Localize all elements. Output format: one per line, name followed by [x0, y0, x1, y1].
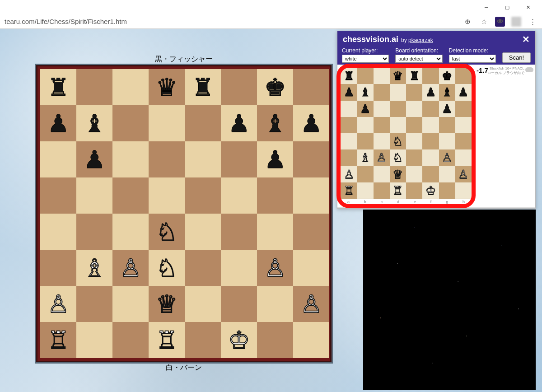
square-c3[interactable]: ♙	[112, 250, 149, 286]
square-c6[interactable]	[374, 101, 390, 117]
square-a5[interactable]	[40, 177, 76, 214]
square-b2[interactable]	[76, 286, 112, 322]
square-d6[interactable]	[149, 141, 185, 177]
square-a1[interactable]: ♖	[341, 182, 357, 199]
square-h6[interactable]	[293, 141, 329, 177]
square-f8[interactable]	[422, 68, 439, 84]
square-g7[interactable]: ♝	[257, 105, 293, 141]
square-h8[interactable]	[455, 68, 472, 84]
square-a1[interactable]: ♖	[40, 322, 76, 358]
extension-close-button[interactable]: ✕	[522, 34, 530, 45]
square-b5[interactable]	[357, 117, 373, 133]
square-e2[interactable]	[406, 166, 422, 182]
square-b7[interactable]: ♝	[76, 105, 112, 141]
square-f2[interactable]	[422, 166, 439, 182]
square-d5[interactable]	[149, 177, 185, 214]
square-a3[interactable]	[341, 149, 357, 166]
square-d4[interactable]: ♘	[149, 214, 185, 250]
square-d7[interactable]	[149, 105, 185, 141]
square-h7[interactable]: ♟	[293, 105, 329, 141]
square-h5[interactable]	[455, 117, 472, 133]
square-d1[interactable]: ♖	[390, 182, 406, 199]
square-e3[interactable]	[406, 149, 422, 166]
square-e7[interactable]	[185, 105, 221, 141]
square-g5[interactable]	[439, 117, 455, 133]
square-d1[interactable]: ♖	[149, 322, 185, 358]
square-c5[interactable]	[374, 117, 390, 133]
square-a7[interactable]: ♟	[40, 105, 76, 141]
square-f3[interactable]	[221, 250, 257, 286]
square-e6[interactable]	[406, 101, 422, 117]
square-e4[interactable]	[185, 214, 221, 250]
square-d6[interactable]	[390, 101, 406, 117]
square-d3[interactable]: ♘	[149, 250, 185, 286]
square-e5[interactable]	[185, 177, 221, 214]
square-c8[interactable]	[374, 68, 390, 84]
square-h2[interactable]: ♙	[293, 286, 329, 322]
square-b5[interactable]	[76, 177, 112, 214]
square-g1[interactable]	[439, 182, 455, 199]
url-text[interactable]: tearu.com/Life/Chess/Spirit/Fischer1.htm	[5, 18, 458, 25]
square-b3[interactable]: ♗	[357, 149, 373, 166]
square-d3[interactable]: ♘	[390, 149, 406, 166]
orientation-select[interactable]: auto detect	[395, 55, 442, 63]
square-g4[interactable]	[439, 133, 455, 149]
square-g2[interactable]	[439, 166, 455, 182]
square-d7[interactable]	[390, 84, 406, 100]
square-e8[interactable]: ♜	[185, 69, 221, 105]
square-d8[interactable]: ♛	[390, 68, 406, 84]
square-a3[interactable]	[40, 250, 76, 286]
square-b1[interactable]	[76, 322, 112, 358]
browser-menu-icon[interactable]: ⋮	[528, 17, 537, 27]
square-c2[interactable]	[112, 286, 149, 322]
square-a6[interactable]	[341, 101, 357, 117]
window-close-button[interactable]: ✕	[518, 0, 538, 14]
square-d8[interactable]: ♛	[149, 69, 185, 105]
square-f3[interactable]	[422, 149, 439, 166]
author-link[interactable]: pkacprzak	[408, 37, 433, 43]
square-b8[interactable]	[76, 69, 112, 105]
current-player-select[interactable]: white	[342, 55, 389, 63]
square-h3[interactable]	[293, 250, 329, 286]
main-chess-board[interactable]: ♜♛♜♚♟♝♟♝♟♟♟♘♗♙♘♙♙♕♙♖♖♔	[40, 69, 329, 358]
square-g4[interactable]	[257, 214, 293, 250]
square-f4[interactable]	[422, 133, 439, 149]
square-a7[interactable]: ♟	[341, 84, 357, 100]
square-g3[interactable]: ♙	[439, 149, 455, 166]
square-f6[interactable]	[422, 101, 439, 117]
square-c5[interactable]	[112, 177, 149, 214]
window-minimize-button[interactable]: ─	[476, 0, 497, 14]
square-b6[interactable]: ♟	[357, 101, 373, 117]
square-a2[interactable]: ♙	[40, 286, 76, 322]
user-avatar[interactable]	[511, 17, 521, 27]
square-b1[interactable]	[357, 182, 373, 199]
square-g6[interactable]: ♟	[257, 141, 293, 177]
window-maximize-button[interactable]: ▢	[497, 0, 518, 14]
scan-button[interactable]: Scan!	[502, 52, 531, 63]
square-g2[interactable]	[257, 286, 293, 322]
square-c4[interactable]	[374, 133, 390, 149]
square-a5[interactable]	[341, 117, 357, 133]
square-g5[interactable]	[257, 177, 293, 214]
square-g3[interactable]: ♙	[257, 250, 293, 286]
square-c6[interactable]	[112, 141, 149, 177]
square-a8[interactable]: ♜	[40, 69, 76, 105]
square-d5[interactable]	[390, 117, 406, 133]
square-e1[interactable]	[406, 182, 422, 199]
square-h4[interactable]	[293, 214, 329, 250]
square-a2[interactable]: ♙	[341, 166, 357, 182]
square-d2[interactable]: ♕	[390, 166, 406, 182]
square-b2[interactable]	[357, 166, 373, 182]
square-c2[interactable]	[374, 166, 390, 182]
square-g7[interactable]: ♝	[439, 84, 455, 100]
square-b4[interactable]	[76, 214, 112, 250]
square-f1[interactable]: ♔	[221, 322, 257, 358]
square-c8[interactable]	[112, 69, 149, 105]
square-h6[interactable]	[455, 101, 472, 117]
square-e8[interactable]: ♜	[406, 68, 422, 84]
square-c1[interactable]	[374, 182, 390, 199]
detection-select[interactable]: fast	[449, 55, 496, 63]
square-b7[interactable]: ♝	[357, 84, 373, 100]
square-f6[interactable]	[221, 141, 257, 177]
square-a8[interactable]: ♜	[341, 68, 357, 84]
